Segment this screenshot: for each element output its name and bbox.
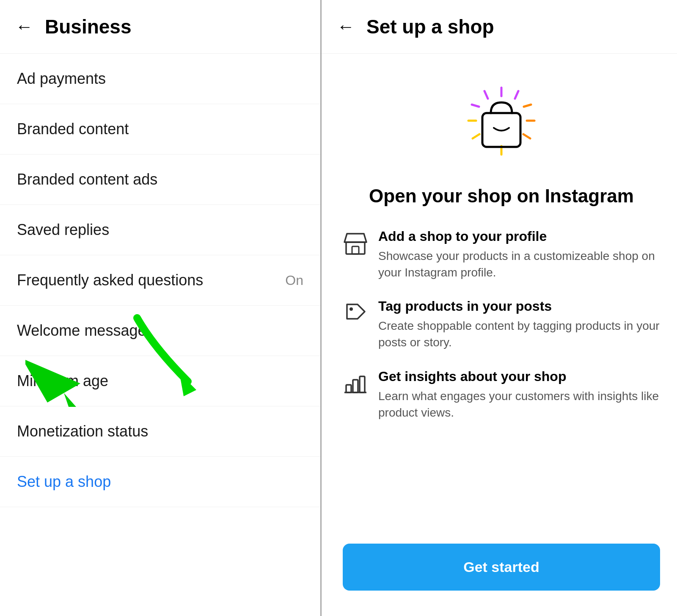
menu-item-branded-content-ads[interactable]: Branded content ads [0,155,320,205]
menu-item-saved-replies[interactable]: Saved replies [0,205,320,255]
menu-item-set-up-shop[interactable]: Set up a shop [0,457,320,507]
right-header: ← Set up a shop [322,0,677,54]
svg-line-9 [473,134,479,138]
svg-rect-19 [353,380,358,392]
menu-item-status-faq: On [285,273,303,288]
shop-illustration-icon [459,83,544,168]
left-header: ← Business [0,0,320,54]
feature-text-add-shop: Add a shop to your profileShowcase your … [378,229,660,281]
feature-desc-tag-products: Create shoppable content by tagging prod… [378,318,660,351]
feature-title-add-shop: Add a shop to your profile [378,229,660,244]
svg-rect-13 [346,242,365,254]
svg-line-7 [472,105,479,107]
svg-point-16 [350,307,353,311]
menu-item-branded-content[interactable]: Branded content [0,104,320,155]
menu-item-label-branded-content: Branded content [17,120,129,138]
menu-item-label-set-up-shop: Set up a shop [17,473,111,491]
left-panel-title: Business [45,15,132,38]
right-panel: ← Set up a shop [322,0,677,616]
svg-rect-14 [352,246,359,254]
menu-item-label-faq: Frequently asked questions [17,271,203,289]
menu-item-label-monetization-status: Monetization status [17,423,148,440]
shop-icon-container [343,83,660,168]
tag-icon [343,300,368,326]
back-button-left[interactable]: ← [15,17,33,37]
svg-line-3 [515,91,518,99]
menu-item-monetization-status[interactable]: Monetization status [0,406,320,457]
feature-list: Add a shop to your profileShowcase your … [343,229,660,531]
feature-desc-add-shop: Showcase your products in a customizeabl… [378,248,660,281]
menu-item-faq[interactable]: Frequently asked questionsOn [0,255,320,306]
menu-item-ad-payments[interactable]: Ad payments [0,54,320,104]
feature-item-add-shop: Add a shop to your profileShowcase your … [343,229,660,281]
menu-item-label-ad-payments: Ad payments [17,70,106,88]
feature-text-insights: Get insights about your shopLearn what e… [378,369,660,421]
feature-text-tag-products: Tag products in your postsCreate shoppab… [378,298,660,351]
feature-item-tag-products: Tag products in your postsCreate shoppab… [343,298,660,351]
feature-title-tag-products: Tag products in your posts [378,298,660,314]
back-button-right[interactable]: ← [337,17,355,37]
svg-rect-18 [346,385,351,392]
bar-chart-icon [343,370,368,396]
menu-item-label-minimum-age: Minimum age [17,372,108,390]
svg-line-4 [524,105,531,107]
svg-line-6 [484,91,488,99]
right-content: Open your shop on Instagram Add a shop t… [322,54,677,616]
menu-item-label-welcome-message: Welcome message [17,322,146,340]
main-heading: Open your shop on Instagram [343,185,660,207]
menu-item-label-branded-content-ads: Branded content ads [17,171,157,188]
left-panel: ← Business Ad paymentsBranded contentBra… [0,0,322,616]
feature-title-insights: Get insights about your shop [378,369,660,384]
svg-rect-20 [360,376,365,392]
svg-line-10 [523,134,530,138]
right-panel-title: Set up a shop [366,15,494,38]
feature-desc-insights: Learn what engages your customers with i… [378,388,660,421]
menu-item-welcome-message[interactable]: Welcome message [0,306,320,356]
menu-item-minimum-age[interactable]: Minimum age [0,356,320,406]
feature-item-insights: Get insights about your shopLearn what e… [343,369,660,421]
shop-storefront-icon [343,230,368,256]
get-started-button[interactable]: Get started [343,544,660,591]
menu-item-label-saved-replies: Saved replies [17,221,109,239]
business-menu-list: Ad paymentsBranded contentBranded conten… [0,54,320,507]
